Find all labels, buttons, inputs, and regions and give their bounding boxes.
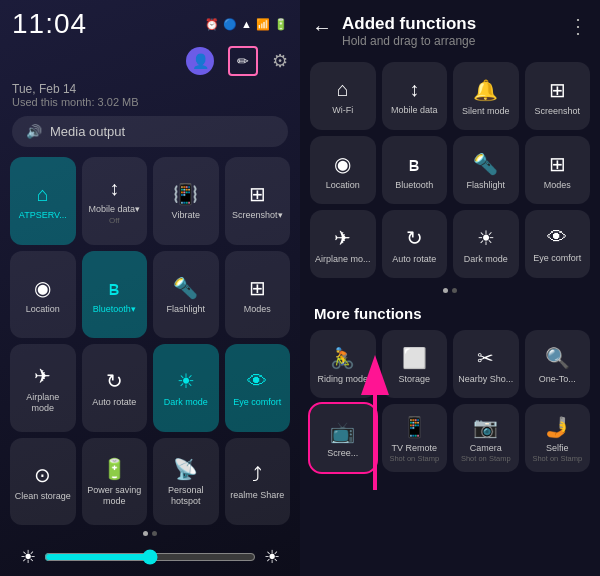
media-output-label: Media output — [50, 124, 125, 139]
tile-darkmode[interactable]: ☀ Dark mode — [153, 344, 219, 432]
mtile-selfie[interactable]: 🤳 Selfie Shot on Stamp — [525, 404, 591, 472]
dot-2 — [152, 531, 157, 536]
rbluetooth-label: Bluetooth — [395, 180, 433, 191]
screenrecord-label: Scree... — [327, 448, 358, 459]
rdot-1 — [443, 288, 448, 293]
screenrecord-icon: 📺 — [330, 420, 355, 444]
tile-airplane[interactable]: ✈ Airplane mode — [10, 344, 76, 432]
more-tiles-grid: 🚴 Riding mode ⬜ Storage ✂ Nearby Sho... … — [300, 330, 600, 480]
hotspot-label: Personal hotspot — [157, 485, 215, 507]
tile-screenshot[interactable]: ⊞ Screenshot▾ — [225, 157, 291, 245]
brightness-high-icon[interactable]: ☀ — [264, 546, 280, 568]
location-label: Location — [26, 304, 60, 315]
wifi-tile-icon: ⌂ — [37, 183, 49, 206]
powersaving-label: Power saving mode — [86, 485, 144, 507]
rtile-airplane[interactable]: ✈ Airplane mo... — [310, 210, 376, 278]
rlocation-label: Location — [326, 180, 360, 191]
rtile-modes[interactable]: ⊞ Modes — [525, 136, 591, 204]
bluetooth-icon: ʙ — [108, 276, 120, 300]
rtile-mobiledata[interactable]: ↕ Mobile data — [382, 62, 448, 130]
screenshot-icon: ⊞ — [249, 182, 266, 206]
usage-display: Used this month: 3.02 MB — [12, 96, 288, 108]
bluetooth-status-icon: 🔵 — [223, 18, 237, 31]
eyecomfort-icon: 👁 — [247, 370, 267, 393]
brightness-low-icon[interactable]: ☀ — [20, 546, 36, 568]
mtile-tvremote[interactable]: 📱 TV Remote Shot on Stamp — [382, 404, 448, 472]
autorotate-icon: ↻ — [106, 369, 123, 393]
rmobiledata-label: Mobile data — [391, 105, 438, 116]
tile-flashlight[interactable]: 🔦 Flashlight — [153, 251, 219, 339]
tile-hotspot[interactable]: 📡 Personal hotspot — [153, 438, 219, 526]
vibrate-icon: 📳 — [173, 182, 198, 206]
status-icons: ⏰ 🔵 ▲ 📶 🔋 — [205, 18, 288, 31]
settings-icon[interactable]: ⚙ — [272, 50, 288, 72]
rlocation-icon: ◉ — [334, 152, 351, 176]
darkmode-label: Dark mode — [164, 397, 208, 408]
tile-mobile-data[interactable]: ↕ Mobile data▾Off — [82, 157, 148, 245]
rairplane-label: Airplane mo... — [315, 254, 371, 265]
flashlight-label: Flashlight — [166, 304, 205, 315]
tvremote-icon: 📱 — [402, 415, 427, 439]
nearbyshare-label: Nearby Sho... — [458, 374, 513, 385]
screenshot-label: Screenshot▾ — [232, 210, 283, 221]
tile-eyecomfort[interactable]: 👁 Eye comfort — [225, 344, 291, 432]
right-panel: ← Added functions Hold and drag to arran… — [300, 0, 600, 576]
rtile-autorotate[interactable]: ↻ Auto rotate — [382, 210, 448, 278]
rtile-location[interactable]: ◉ Location — [310, 136, 376, 204]
realmeshare-icon: ⤴ — [252, 463, 262, 486]
selfie-icon: 🤳 — [545, 415, 570, 439]
brightness-slider[interactable] — [44, 546, 256, 568]
rtile-flashlight[interactable]: 🔦 Flashlight — [453, 136, 519, 204]
mobile-data-icon: ↕ — [109, 177, 119, 200]
rbluetooth-icon: ʙ — [408, 152, 420, 176]
rsilentmode-label: Silent mode — [462, 106, 510, 117]
tile-cleanstorage[interactable]: ⊙ Clean storage — [10, 438, 76, 526]
tile-powersaving[interactable]: 🔋 Power saving mode — [82, 438, 148, 526]
rtile-silentmode[interactable]: 🔔 Silent mode — [453, 62, 519, 130]
nearbyshare-icon: ✂ — [477, 346, 494, 370]
autorotate-label: Auto rotate — [92, 397, 136, 408]
camera-label: Camera — [470, 443, 502, 454]
mtile-onetop[interactable]: 🔍 One-To... — [525, 330, 591, 398]
more-options-icon[interactable]: ⋮ — [568, 14, 588, 38]
rtile-eyecomfort[interactable]: 👁 Eye comfort — [525, 210, 591, 278]
rtile-bluetooth[interactable]: ʙ Bluetooth — [382, 136, 448, 204]
media-output-button[interactable]: 🔊 Media output — [12, 116, 288, 147]
powersaving-icon: 🔋 — [102, 457, 127, 481]
rdarkmode-label: Dark mode — [464, 254, 508, 265]
mtile-screenrecord[interactable]: 📺 Scree... — [310, 404, 376, 472]
tile-bluetooth[interactable]: ʙ Bluetooth▾ — [82, 251, 148, 339]
rdot-2 — [452, 288, 457, 293]
rtile-darkmode[interactable]: ☀ Dark mode — [453, 210, 519, 278]
tile-realmeshare[interactable]: ⤴ realme Share — [225, 438, 291, 526]
right-header: ← Added functions Hold and drag to arran… — [300, 0, 600, 58]
mtile-nearbyshare[interactable]: ✂ Nearby Sho... — [453, 330, 519, 398]
tile-autorotate[interactable]: ↻ Auto rotate — [82, 344, 148, 432]
edit-button[interactable]: ✏ — [228, 46, 258, 76]
mtile-storage[interactable]: ⬜ Storage — [382, 330, 448, 398]
left-panel: 11:04 ⏰ 🔵 ▲ 📶 🔋 👤 ✏ ⚙ Tue, Feb 14 Used t… — [0, 0, 300, 576]
mtile-ridingmode[interactable]: 🚴 Riding mode — [310, 330, 376, 398]
location-icon: ◉ — [34, 276, 51, 300]
camera-sublabel: Shot on Stamp — [461, 454, 511, 463]
right-dots — [300, 286, 600, 299]
back-button[interactable]: ← — [312, 16, 332, 39]
tile-vibrate[interactable]: 📳 Vibrate — [153, 157, 219, 245]
rtile-wifi[interactable]: ⌂ Wi-Fi — [310, 62, 376, 130]
onetop-label: One-To... — [539, 374, 576, 385]
hotspot-icon: 📡 — [173, 457, 198, 481]
tile-modes[interactable]: ⊞ Modes — [225, 251, 291, 339]
tile-location[interactable]: ◉ Location — [10, 251, 76, 339]
rdarkmode-icon: ☀ — [477, 226, 495, 250]
mtile-camera[interactable]: 📷 Camera Shot on Stamp — [453, 404, 519, 472]
rtile-screenshot[interactable]: ⊞ Screenshot — [525, 62, 591, 130]
rsilentmode-icon: 🔔 — [473, 78, 498, 102]
avatar[interactable]: 👤 — [186, 47, 214, 75]
panel-subtitle: Hold and drag to arrange — [342, 34, 558, 48]
battery-icon: 🔋 — [274, 18, 288, 31]
top-bar: 👤 ✏ ⚙ — [0, 44, 300, 82]
tile-atpserv[interactable]: ⌂ ATPSERV... — [10, 157, 76, 245]
modes-icon: ⊞ — [249, 276, 266, 300]
bottom-bar: ☀ ☀ — [0, 540, 300, 576]
selfie-sublabel: Shot on Stamp — [532, 454, 582, 463]
